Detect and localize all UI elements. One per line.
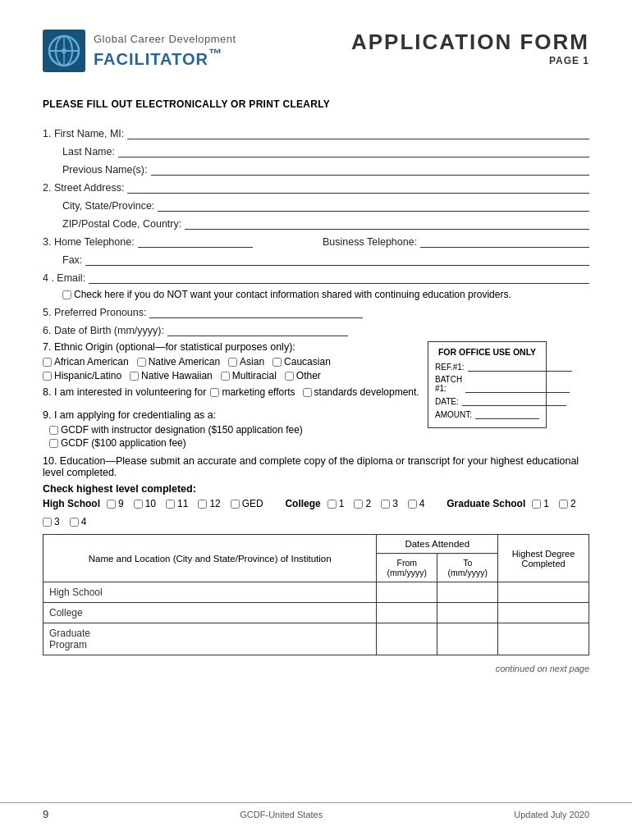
- volunteer-standards-checkbox[interactable]: [303, 388, 312, 397]
- grad-3-checkbox[interactable]: [43, 518, 52, 527]
- previous-name-label: Previous Name(s):: [62, 164, 148, 176]
- college-from[interactable]: [377, 603, 437, 623]
- email-input[interactable]: [89, 271, 589, 284]
- city-input[interactable]: [158, 199, 589, 212]
- volunteer-standards-label[interactable]: standards development.: [303, 386, 419, 398]
- native-hawaiian-checkbox[interactable]: [130, 372, 139, 381]
- col-2-label[interactable]: 2: [354, 498, 371, 509]
- date-input[interactable]: [462, 396, 566, 406]
- cred1-label[interactable]: GCDF with instructor designation ($150 a…: [49, 424, 303, 436]
- amount-input[interactable]: [475, 409, 539, 419]
- previous-name-input[interactable]: [151, 162, 590, 176]
- ref-input[interactable]: [468, 362, 572, 372]
- street-input[interactable]: [127, 180, 589, 194]
- col-4-checkbox[interactable]: [408, 500, 417, 509]
- contact-share-checkbox-label[interactable]: Check here if you do NOT want your conta…: [62, 289, 511, 300]
- hs-10-checkbox[interactable]: [134, 500, 143, 509]
- hs-ged-checkbox[interactable]: [231, 500, 240, 509]
- grad-2-label[interactable]: 2: [559, 498, 576, 509]
- grad-4-label[interactable]: 4: [70, 516, 87, 527]
- batch-label: BATCH #1:: [435, 375, 462, 393]
- native-american-label[interactable]: Native American: [137, 356, 220, 368]
- cred2-checkbox[interactable]: [49, 439, 58, 448]
- col-2-checkbox[interactable]: [354, 500, 363, 509]
- zip-input[interactable]: [185, 217, 589, 230]
- grad-1-checkbox[interactable]: [532, 500, 541, 509]
- cred1-checkbox[interactable]: [49, 426, 58, 435]
- hs-9-label[interactable]: 9: [107, 498, 124, 509]
- home-tel-input[interactable]: [138, 235, 253, 248]
- grad-to[interactable]: [437, 623, 498, 655]
- application-form-page: Global Career Development FACILITATOR™ A…: [0, 0, 632, 840]
- grad-from[interactable]: [377, 623, 437, 655]
- college-to[interactable]: [437, 603, 498, 623]
- first-name-input[interactable]: [127, 126, 589, 139]
- volunteer-marketing-label[interactable]: marketing efforts: [210, 386, 295, 398]
- hispanic-label[interactable]: Hispanic/Latino: [43, 370, 121, 381]
- cred-item-2: GCDF ($100 application fee): [49, 437, 589, 449]
- african-american-label[interactable]: African American: [43, 356, 129, 368]
- amount-label: AMOUNT:: [435, 410, 472, 419]
- col-4-label[interactable]: 4: [408, 498, 425, 509]
- header-title: APPLICATION FORM PAGE 1: [351, 30, 589, 66]
- table-row: High School: [44, 582, 589, 603]
- business-tel-input[interactable]: [420, 235, 589, 248]
- college-degree[interactable]: [498, 603, 589, 623]
- telephone-row: 3. Home Telephone: Business Telephone:: [43, 235, 589, 248]
- batch-input[interactable]: [465, 383, 570, 393]
- grad-row-label: Graduate Program: [44, 623, 377, 655]
- high-school-to[interactable]: [437, 582, 498, 603]
- african-american-checkbox[interactable]: [43, 358, 52, 367]
- asian-checkbox[interactable]: [228, 358, 237, 367]
- contact-share-checkbox[interactable]: [62, 290, 71, 299]
- high-school-from[interactable]: [377, 582, 437, 603]
- grad-4-checkbox[interactable]: [70, 518, 79, 527]
- last-name-row: Last Name:: [62, 144, 589, 158]
- hs-11-label[interactable]: 11: [166, 498, 188, 509]
- last-name-input[interactable]: [118, 144, 589, 158]
- col-1-checkbox[interactable]: [327, 500, 337, 509]
- native-hawaiian-label[interactable]: Native Hawaiian: [130, 370, 213, 381]
- footer-updated: Updated July 2020: [514, 810, 589, 819]
- edu-table-header-row: Name and Location (City and State/Provin…: [44, 535, 589, 554]
- dob-input[interactable]: [167, 323, 348, 336]
- home-tel-group: 3. Home Telephone:: [43, 235, 309, 248]
- hs-11-checkbox[interactable]: [166, 500, 175, 509]
- hs-12-label[interactable]: 12: [198, 498, 220, 509]
- form-page: PAGE 1: [351, 55, 589, 66]
- grad-2-checkbox[interactable]: [559, 500, 568, 509]
- grad-3-label[interactable]: 3: [43, 516, 60, 527]
- dob-label: 6. Date of Birth (mm/yyyy):: [43, 325, 164, 336]
- col-3-checkbox[interactable]: [381, 500, 390, 509]
- native-american-checkbox[interactable]: [137, 358, 146, 367]
- hispanic-checkbox[interactable]: [43, 372, 52, 381]
- continued-note: continued on next page: [43, 664, 589, 673]
- high-school-degree[interactable]: [498, 582, 589, 603]
- logo-top-text: Global Career Development: [94, 33, 236, 46]
- office-use-ref-row: REF.#1:: [435, 362, 539, 372]
- hs-ged-label[interactable]: GED: [231, 498, 263, 509]
- grad-degree[interactable]: [498, 623, 589, 655]
- col-1-label[interactable]: 1: [327, 498, 345, 509]
- last-name-label: Last Name:: [62, 146, 115, 158]
- degree-header: Highest Degree Completed: [498, 535, 589, 582]
- caucasian-checkbox[interactable]: [272, 358, 282, 367]
- volunteer-marketing-checkbox[interactable]: [210, 388, 219, 397]
- asian-label[interactable]: Asian: [228, 356, 264, 368]
- col-3-label[interactable]: 3: [381, 498, 398, 509]
- multiracial-label[interactable]: Multiracial: [221, 370, 277, 381]
- other-label[interactable]: Other: [285, 370, 321, 381]
- caucasian-label[interactable]: Caucasian: [272, 356, 331, 368]
- other-checkbox[interactable]: [285, 372, 294, 381]
- fax-input[interactable]: [85, 253, 589, 266]
- city-row: City, State/Province:: [62, 199, 589, 212]
- grad-1-label[interactable]: 1: [532, 498, 549, 509]
- hs-9-checkbox[interactable]: [107, 500, 116, 509]
- hs-12-checkbox[interactable]: [198, 500, 207, 509]
- to-header: To(mm/yyyy): [437, 554, 498, 582]
- pronouns-input[interactable]: [149, 305, 363, 318]
- hs-10-label[interactable]: 10: [134, 498, 156, 509]
- logo-text: Global Career Development FACILITATOR™: [94, 33, 236, 68]
- multiracial-checkbox[interactable]: [221, 372, 230, 381]
- cred2-label[interactable]: GCDF ($100 application fee): [49, 437, 186, 449]
